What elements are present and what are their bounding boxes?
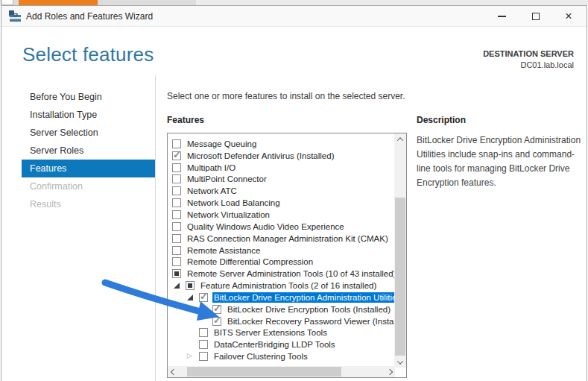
- background-window-box: [1, 0, 13, 5]
- sidebar-item-server-selection[interactable]: Server Selection: [22, 124, 155, 142]
- close-icon: ×: [565, 10, 572, 22]
- feature-checkbox-unchecked[interactable]: [172, 234, 181, 243]
- destination-server-name: DC01.lab.local: [483, 60, 574, 71]
- feature-checkbox-unchecked[interactable]: [172, 257, 181, 266]
- horizontal-scroll-thumb[interactable]: [187, 367, 341, 377]
- feature-row[interactable]: ✓BitLocker Drive Encryption Tools (Insta…: [168, 303, 394, 315]
- feature-row[interactable]: Message Queuing: [168, 138, 394, 150]
- horizontal-scrollbar[interactable]: [168, 366, 395, 377]
- feature-checkbox-checked[interactable]: ✓: [172, 151, 181, 160]
- sidebar-item-before-you-begin[interactable]: Before You Begin: [22, 88, 155, 106]
- feature-row[interactable]: Feature Administration Tools (2 of 16 in…: [168, 280, 394, 292]
- feature-checkbox-unchecked[interactable]: [199, 352, 208, 361]
- scroll-left-button[interactable]: [168, 366, 179, 377]
- sidebar-item-server-roles[interactable]: Server Roles: [22, 142, 155, 160]
- indeterminate-icon: [174, 271, 179, 276]
- feature-label: RAS Connection Manager Administration Ki…: [186, 233, 394, 244]
- feature-row[interactable]: MultiPoint Connector: [168, 174, 394, 186]
- sidebar-divider: [155, 75, 156, 381]
- feature-label: Message Queuing: [186, 139, 394, 149]
- expander-expanded-icon[interactable]: [174, 283, 180, 289]
- feature-checkbox-unchecked[interactable]: [199, 328, 208, 337]
- window-title: Add Roles and Features Wizard: [26, 11, 153, 22]
- feature-row[interactable]: Multipath I/O: [168, 162, 394, 174]
- feature-row[interactable]: Network ATC: [168, 185, 394, 197]
- wizard-app-icon: [9, 10, 22, 22]
- maximize-button[interactable]: [519, 6, 552, 27]
- sidebar-item-label: Server Roles: [30, 145, 83, 156]
- expander-expanded-icon[interactable]: [187, 295, 193, 300]
- destination-server-label: DESTINATION SERVER: [483, 48, 574, 60]
- feature-checkbox-unchecked[interactable]: [199, 340, 208, 349]
- description-heading: Description: [417, 115, 466, 125]
- feature-label: Multipath I/O: [186, 163, 394, 173]
- feature-row[interactable]: Network Virtualization: [168, 209, 394, 221]
- feature-checkbox-unchecked[interactable]: [172, 139, 181, 148]
- expander-collapsed-icon[interactable]: ▷: [187, 353, 192, 359]
- wizard-window: Add Roles and Features Wizard × Select f…: [1, 5, 587, 381]
- feature-checkbox-checked[interactable]: ✓: [212, 305, 221, 314]
- feature-row[interactable]: RAS Connection Manager Administration Ki…: [168, 233, 394, 245]
- feature-row[interactable]: Remote Differential Compression: [168, 256, 394, 268]
- scroll-right-button[interactable]: [384, 366, 395, 377]
- scroll-down-button[interactable]: [394, 356, 405, 368]
- sidebar-item-label: Server Selection: [30, 127, 98, 138]
- maximize-icon: [532, 13, 540, 20]
- feature-checkbox-checked[interactable]: ✓: [199, 293, 208, 302]
- feature-label: Remote Server Administration Tools (10 o…: [186, 268, 394, 279]
- feature-label: MultiPoint Connector: [186, 174, 394, 184]
- feature-row[interactable]: BITS Server Extensions Tools: [168, 327, 394, 339]
- feature-checkbox-unchecked[interactable]: [172, 246, 181, 255]
- feature-row[interactable]: ✓Microsoft Defender Antivirus (Installed…: [168, 150, 394, 162]
- feature-label: Quality Windows Audio Video Experience: [186, 221, 394, 232]
- sidebar-item-confirmation: Confirmation: [22, 177, 155, 195]
- sidebar-item-label: Confirmation: [30, 181, 83, 192]
- description-text: BitLocker Drive Encryption Administratio…: [417, 133, 587, 190]
- feature-checkbox-unchecked[interactable]: [172, 198, 181, 207]
- chevron-right-icon: [386, 368, 392, 374]
- scroll-up-button[interactable]: [394, 133, 405, 145]
- features-column-label: Features: [167, 115, 204, 125]
- feature-row[interactable]: Remote Assistance: [168, 245, 394, 256]
- feature-label: Microsoft Defender Antivirus (Installed): [186, 151, 394, 161]
- feature-checkbox-indeterminate[interactable]: [172, 269, 181, 278]
- screen: Add Roles and Features Wizard × Select f…: [0, 0, 588, 381]
- page-title: Select features: [22, 43, 154, 66]
- feature-checkbox-unchecked[interactable]: [172, 174, 181, 183]
- feature-checkbox-checked[interactable]: ✓: [212, 317, 221, 326]
- feature-label: Network Load Balancing: [186, 198, 394, 208]
- feature-checkbox-indeterminate[interactable]: [186, 281, 195, 290]
- vertical-scroll-thumb[interactable]: [395, 198, 405, 356]
- sidebar-item-results: Results: [22, 195, 155, 213]
- sidebar-item-label: Installation Type: [30, 110, 97, 120]
- sidebar-item-installation-type[interactable]: Installation Type: [22, 106, 155, 124]
- feature-row[interactable]: Remote Server Administration Tools (10 o…: [168, 268, 394, 280]
- feature-row[interactable]: Network Load Balancing: [168, 197, 394, 209]
- background-window-strip: [0, 0, 588, 5]
- features-rows: Message Queuing✓Microsoft Defender Antiv…: [168, 138, 394, 362]
- feature-checkbox-unchecked[interactable]: [172, 163, 181, 172]
- minimize-button[interactable]: [485, 6, 518, 27]
- feature-checkbox-unchecked[interactable]: [172, 210, 181, 219]
- titlebar: Add Roles and Features Wizard ×: [1, 6, 587, 27]
- chevron-up-icon: [396, 137, 402, 143]
- feature-row[interactable]: ✓BitLocker Drive Encryption Administrati…: [168, 292, 394, 303]
- sidebar-item-features[interactable]: Features: [22, 160, 155, 177]
- vertical-scrollbar[interactable]: [394, 133, 406, 368]
- feature-label: BitLocker Recovery Password Viewer (Inst…: [226, 316, 394, 327]
- feature-label: Feature Administration Tools (2 of 16 in…: [199, 280, 394, 291]
- background-strip-segment: [196, 0, 588, 5]
- feature-label: DataCenterBridging LLDP Tools: [212, 339, 394, 350]
- feature-checkbox-unchecked[interactable]: [172, 222, 181, 231]
- feature-checkbox-unchecked[interactable]: [172, 186, 181, 195]
- feature-row[interactable]: ▷Failover Clustering Tools: [168, 350, 394, 362]
- feature-row[interactable]: Quality Windows Audio Video Experience: [168, 221, 394, 233]
- close-button[interactable]: ×: [552, 6, 585, 27]
- feature-row[interactable]: ✓BitLocker Recovery Password Viewer (Ins…: [168, 315, 394, 327]
- sidebar-item-label: Before You Begin: [30, 92, 102, 102]
- feature-label: Network Virtualization: [186, 210, 394, 220]
- feature-label: BITS Server Extensions Tools: [212, 327, 394, 338]
- intro-text: Select one or more features to install o…: [167, 91, 405, 101]
- feature-row[interactable]: DataCenterBridging LLDP Tools: [168, 339, 394, 350]
- features-tree-list: Message Queuing✓Microsoft Defender Antiv…: [167, 133, 407, 378]
